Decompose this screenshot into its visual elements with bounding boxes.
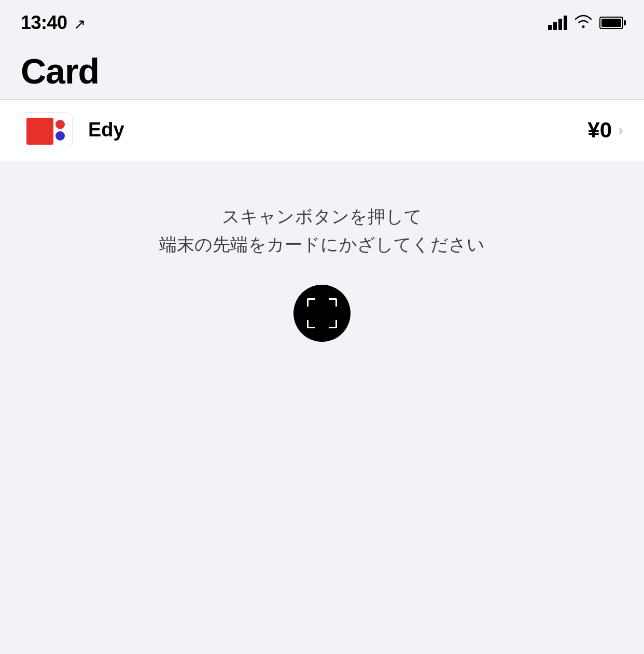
status-time-area: 13:40 ↗ [21,12,86,34]
edy-blue-dot [55,131,65,141]
location-arrow-icon: ↗ [74,16,86,32]
status-bar: 13:40 ↗ [0,0,644,41]
status-icons [548,14,623,32]
edy-red-dot [55,120,65,129]
signal-icon [548,16,567,30]
corner-br [329,320,337,328]
battery-icon [599,17,623,29]
scan-button[interactable] [293,285,351,342]
header-title-section: Card [0,41,644,99]
status-time: 13:40 [21,12,67,33]
edy-logo [21,112,73,148]
chevron-right-icon: › [618,121,623,139]
card-balance-area: ¥0 › [587,118,623,143]
instruction-text: スキャンボタンを押して端末の先端をカードにかざしてください [159,202,485,259]
viewfinder-icon [307,298,337,328]
card-balance: ¥0 [587,118,612,143]
corner-tr [329,298,337,307]
corner-tl [307,298,315,307]
edy-logo-graphic [24,116,69,145]
wifi-icon [575,14,592,32]
card-item-edy[interactable]: Edy ¥0 › [0,100,644,161]
card-list-section: Edy ¥0 › [0,100,644,161]
instruction-section: スキャンボタンを押して端末の先端をカードにかざしてください [0,161,644,373]
edy-red-block [26,118,53,145]
card-name: Edy [88,119,587,141]
corner-bl [307,320,315,328]
page-title: Card [21,52,623,91]
